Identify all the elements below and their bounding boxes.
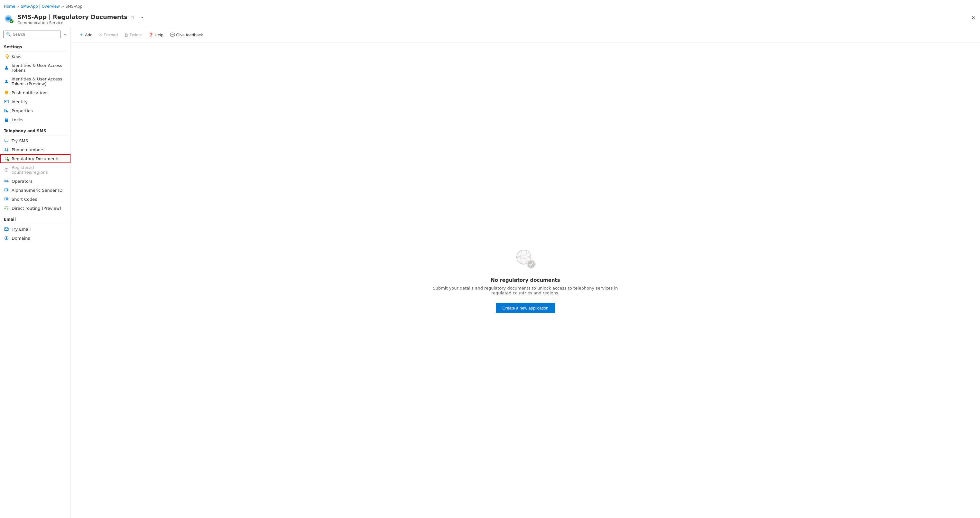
sidebar-item-identity[interactable]: Identity <box>0 97 70 106</box>
sidebar-item-properties-label: Properties <box>11 108 33 113</box>
close-button[interactable]: × <box>970 14 976 22</box>
discard-button[interactable]: ✕ Discard <box>95 30 121 39</box>
sidebar-item-push-label: Push notifications <box>11 91 49 95</box>
svg-point-21 <box>7 208 9 210</box>
lock-icon <box>4 117 9 122</box>
sidebar-item-alphanumeric-label: Alphanumeric Sender ID <box>11 188 62 193</box>
key-icon <box>4 54 9 59</box>
sidebar-item-keys-label: Keys <box>11 54 21 59</box>
empty-state: No regulatory documents Submit your deta… <box>71 43 980 518</box>
sidebar-item-short-codes[interactable]: Short Codes <box>0 195 70 203</box>
app-icon <box>4 14 14 24</box>
main-layout: 🔍 « Settings Keys Identities & User Acce… <box>0 27 980 518</box>
svg-rect-18 <box>5 189 7 191</box>
empty-state-title: No regulatory documents <box>491 277 560 283</box>
help-button[interactable]: ❓ Help <box>145 30 167 39</box>
sidebar-search-container[interactable]: 🔍 <box>3 30 61 38</box>
sidebar-item-identities-preview[interactable]: Identities & User Access Tokens (Preview… <box>0 75 70 88</box>
sidebar-item-short-codes-label: Short Codes <box>11 197 37 202</box>
section-label-settings: Settings <box>0 41 70 51</box>
create-application-button[interactable]: Create a new application <box>496 303 555 313</box>
sidebar-item-keys[interactable]: Keys <box>0 52 70 61</box>
sidebar-item-identities-preview-label: Identities & User Access Tokens (Preview… <box>11 76 67 86</box>
breadcrumb-sep-2: > <box>61 5 64 9</box>
feedback-button[interactable]: 💬 Give feedback <box>167 30 206 39</box>
svg-point-8 <box>5 101 6 102</box>
hash-icon <box>4 147 9 152</box>
breadcrumb-overview[interactable]: SMS-App | Overview <box>21 4 60 9</box>
sidebar-collapse-button[interactable]: « <box>64 31 67 38</box>
more-options-button[interactable]: ··· <box>138 14 145 20</box>
search-icon: 🔍 <box>6 32 11 37</box>
svg-rect-11 <box>7 111 8 112</box>
sender-icon <box>4 187 9 193</box>
sidebar-item-locks[interactable]: Locks <box>0 115 70 124</box>
help-label: Help <box>155 32 164 37</box>
svg-rect-12 <box>5 119 8 122</box>
page-header: SMS-App | Regulatory Documents ☆ ··· Com… <box>0 11 980 27</box>
toolbar: ＋ Add ✕ Discard 🗑 Delete ❓ Help 💬 Give f… <box>71 27 980 43</box>
delete-button[interactable]: 🗑 Delete <box>121 30 145 39</box>
sidebar-item-identities[interactable]: Identities & User Access Tokens <box>0 61 70 75</box>
person-icon-1 <box>4 65 9 70</box>
sidebar-item-try-sms-label: Try SMS <box>11 138 28 143</box>
svg-rect-10 <box>6 110 7 112</box>
breadcrumb-current: SMS-App <box>65 4 82 9</box>
svg-point-3 <box>7 18 10 20</box>
section-label-email: Email <box>0 214 70 223</box>
breadcrumb-home[interactable]: Home <box>4 4 15 9</box>
section-label-telephony: Telephony and SMS <box>0 126 70 135</box>
search-input[interactable] <box>13 32 58 37</box>
sidebar-item-domains[interactable]: Domains <box>0 234 70 243</box>
sidebar-item-try-sms[interactable]: Try SMS <box>0 136 70 145</box>
sidebar-item-phone-numbers[interactable]: Phone numbers <box>0 145 70 154</box>
shortcode-icon <box>4 197 9 202</box>
domain-icon <box>4 235 9 241</box>
discard-label: Discard <box>103 32 118 37</box>
delete-icon: 🗑 <box>124 32 128 37</box>
sidebar-item-properties[interactable]: Properties <box>0 106 70 115</box>
page-title: SMS-App | Regulatory Documents <box>18 14 127 20</box>
divider-email <box>3 224 67 224</box>
sidebar-item-alphanumeric[interactable]: Alphanumeric Sender ID <box>0 186 70 195</box>
sidebar-item-regulatory-documents[interactable]: Regulatory Documents <box>0 154 70 163</box>
svg-point-16 <box>6 181 7 182</box>
routing-icon <box>4 206 9 211</box>
svg-rect-22 <box>5 228 8 231</box>
globe-icon <box>4 167 9 172</box>
sidebar-item-operators-label: Operators <box>11 179 32 184</box>
sidebar-item-try-email[interactable]: Try Email <box>0 224 70 234</box>
email-icon <box>4 227 9 232</box>
sidebar-item-direct-routing[interactable]: Direct routing (Preview) <box>0 203 70 213</box>
feedback-label: Give feedback <box>176 32 203 37</box>
person-icon-2 <box>4 79 9 84</box>
sidebar-item-locks-label: Locks <box>11 118 23 122</box>
add-icon: ＋ <box>79 32 84 38</box>
add-button[interactable]: ＋ Add <box>76 30 95 40</box>
discard-icon: ✕ <box>99 32 102 37</box>
help-icon: ❓ <box>148 32 153 37</box>
sidebar-item-phone-numbers-label: Phone numbers <box>11 147 45 152</box>
page-subtitle: Communication Service <box>18 21 967 25</box>
empty-state-description: Submit your details and regulatory docum… <box>429 286 622 296</box>
sidebar-item-regulatory-label: Regulatory Documents <box>11 156 59 161</box>
favorite-button[interactable]: ☆ <box>130 14 135 20</box>
bars-icon <box>4 108 9 113</box>
reg-doc-icon <box>4 156 9 161</box>
sidebar-item-registered-countries: Registered countries/regions <box>0 163 70 176</box>
sidebar-item-domains-label: Domains <box>11 236 30 241</box>
bell-icon <box>4 90 9 95</box>
sidebar-search-area: 🔍 « <box>0 27 70 40</box>
sidebar-item-operators[interactable]: Operators <box>0 176 70 186</box>
id-icon <box>4 99 9 104</box>
breadcrumb-sep-1: > <box>16 5 19 9</box>
sidebar-item-push-notifications[interactable]: Push notifications <box>0 88 70 97</box>
content-area: ＋ Add ✕ Discard 🗑 Delete ❓ Help 💬 Give f… <box>71 27 980 518</box>
sms-icon <box>4 138 9 143</box>
page-title-row: SMS-App | Regulatory Documents ☆ ··· <box>18 14 967 20</box>
add-label: Add <box>85 32 92 37</box>
divider-telephony <box>3 135 67 135</box>
sidebar: 🔍 « Settings Keys Identities & User Acce… <box>0 27 71 518</box>
sidebar-item-try-email-label: Try Email <box>11 227 30 232</box>
svg-rect-9 <box>5 109 5 113</box>
